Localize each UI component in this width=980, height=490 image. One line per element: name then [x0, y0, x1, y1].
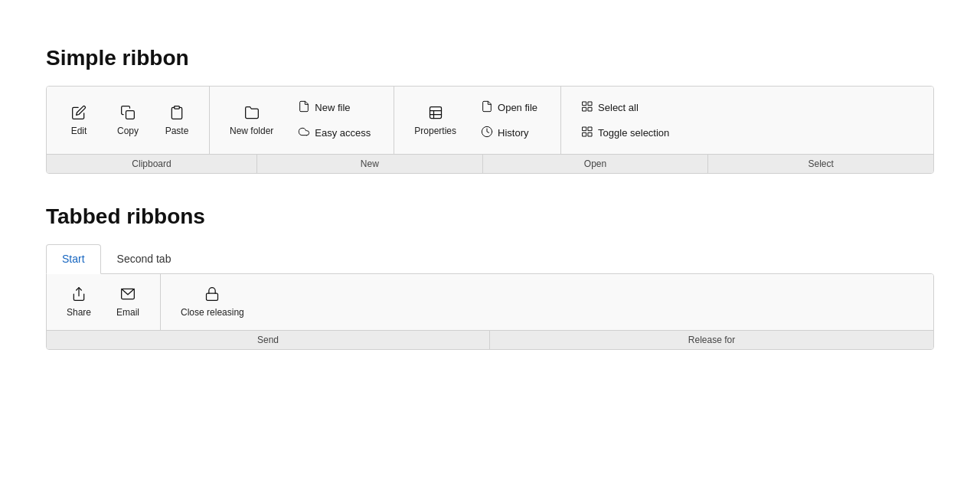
svg-rect-13: [583, 132, 586, 136]
tabbed-group-send: Share Email: [47, 274, 161, 330]
footer-clipboard: Clipboard: [47, 155, 257, 173]
share-icon: [71, 286, 87, 304]
email-label: Email: [116, 307, 139, 318]
new-folder-label: New folder: [230, 126, 273, 136]
svg-rect-9: [583, 107, 586, 111]
select-all-icon: [581, 100, 593, 115]
tabbed-ribbons-title: Tabbed ribbons: [46, 204, 934, 229]
toggle-selection-icon: [581, 126, 593, 140]
tab-start[interactable]: Start: [46, 244, 101, 274]
history-button[interactable]: History: [473, 121, 545, 145]
open-file-button[interactable]: Open file: [473, 96, 545, 119]
footer-select: Select: [708, 155, 933, 173]
toggle-selection-button[interactable]: Toggle selection: [573, 121, 921, 145]
simple-ribbon-title: Simple ribbon: [46, 46, 934, 70]
edit-button[interactable]: Edit: [56, 99, 102, 142]
select-all-button[interactable]: Select all: [573, 96, 921, 119]
copy-label: Copy: [117, 126, 139, 136]
ribbon-footer: Clipboard New Open Select: [47, 155, 933, 173]
history-label: History: [498, 127, 528, 139]
footer-new: New: [257, 155, 483, 173]
new-file-button[interactable]: New file: [290, 96, 378, 119]
new-file-icon: [298, 100, 310, 115]
open-file-icon: [481, 100, 493, 115]
footer-open: Open: [483, 155, 709, 173]
share-label: Share: [67, 307, 91, 318]
properties-button[interactable]: Properties: [403, 99, 467, 142]
ribbon-group-open: Properties Open file History: [394, 87, 561, 154]
new-folder-icon: [244, 105, 260, 122]
paste-icon: [169, 105, 185, 122]
tab-second[interactable]: Second tab: [101, 244, 188, 273]
close-releasing-label: Close releasing: [181, 307, 244, 318]
svg-rect-0: [126, 110, 135, 119]
easy-access-icon: [298, 126, 310, 140]
share-button[interactable]: Share: [56, 280, 102, 324]
easy-access-button[interactable]: Easy access: [290, 121, 378, 145]
new-items-vertical: New file Easy access: [284, 93, 384, 148]
edit-label: Edit: [71, 126, 87, 136]
properties-icon: [428, 105, 443, 122]
svg-rect-8: [588, 102, 592, 106]
footer-release-for: Release for: [490, 331, 933, 349]
ribbon-group-clipboard: Edit Copy Paste: [47, 87, 210, 154]
toggle-selection-label: Toggle selection: [598, 127, 669, 139]
lock-icon: [204, 286, 220, 304]
close-releasing-button[interactable]: Close releasing: [170, 280, 255, 324]
email-button[interactable]: Email: [105, 280, 151, 324]
edit-icon: [71, 105, 87, 122]
copy-button[interactable]: Copy: [105, 99, 151, 142]
new-file-label: New file: [315, 102, 350, 113]
history-icon: [481, 126, 493, 140]
svg-rect-14: [588, 132, 592, 136]
paste-button[interactable]: Paste: [154, 99, 200, 142]
svg-rect-11: [583, 127, 586, 131]
tabbed-ribbon-wrapper: Share Email Close releasing: [46, 273, 934, 350]
select-all-label: Select all: [598, 102, 639, 113]
footer-send: Send: [47, 331, 490, 349]
ribbon-group-select: Select all Toggle selection: [561, 87, 933, 154]
ribbon-group-new: New folder New file Easy access: [210, 87, 394, 154]
tabbed-ribbons-container: Start Second tab Share Email: [46, 244, 934, 350]
tabbed-group-release: Close releasing: [161, 274, 933, 330]
tabbed-ribbon-footer: Send Release for: [47, 331, 933, 349]
simple-ribbon: Edit Copy Paste New folder: [46, 86, 934, 174]
ribbon-body: Edit Copy Paste New folder: [47, 87, 933, 155]
svg-rect-10: [588, 107, 592, 111]
tabbed-ribbon-body: Share Email Close releasing: [47, 274, 933, 331]
paste-label: Paste: [165, 126, 189, 136]
copy-icon: [120, 105, 136, 122]
new-folder-button[interactable]: New folder: [219, 99, 284, 142]
properties-label: Properties: [414, 126, 456, 136]
email-icon: [120, 286, 136, 304]
svg-rect-17: [207, 293, 218, 300]
svg-rect-2: [430, 106, 441, 118]
open-items-vertical: Open file History: [467, 93, 551, 148]
svg-rect-1: [175, 106, 180, 108]
svg-rect-7: [583, 102, 586, 106]
tabs-bar: Start Second tab: [46, 244, 934, 273]
easy-access-label: Easy access: [315, 127, 371, 139]
svg-rect-12: [588, 127, 592, 131]
open-file-label: Open file: [498, 102, 537, 113]
